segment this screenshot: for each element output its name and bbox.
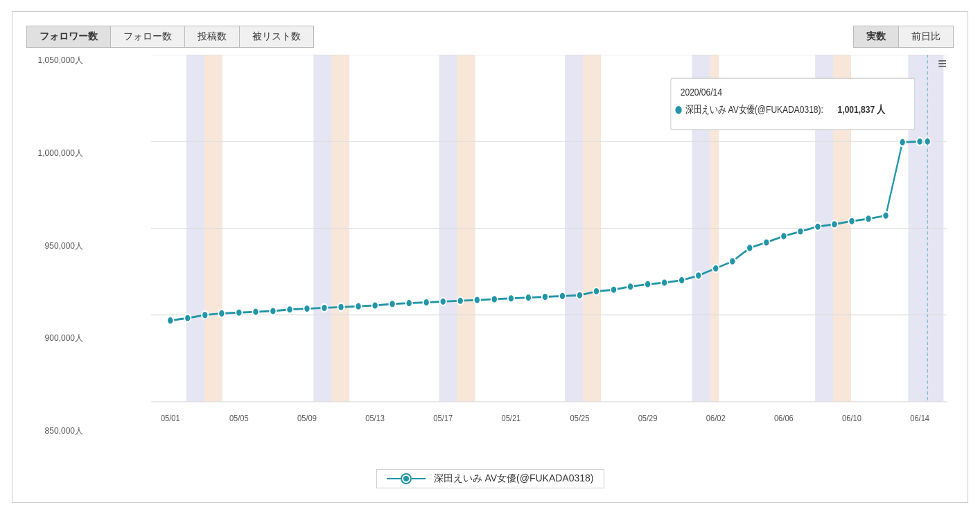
svg-point-32	[406, 299, 412, 307]
svg-point-50	[712, 265, 719, 272]
svg-point-60	[882, 212, 889, 220]
svg-point-37	[491, 295, 498, 303]
svg-point-51	[729, 258, 735, 265]
svg-text:1,001,837 人: 1,001,837 人	[838, 104, 886, 115]
svg-point-59	[865, 215, 871, 222]
svg-text:05/09: 05/09	[297, 413, 317, 423]
svg-point-66	[675, 106, 681, 114]
y-label-900: 900,000人	[26, 333, 89, 344]
legend-area: 深田えいみ AV女優(@FUKADA0318)	[26, 469, 954, 488]
svg-text:2020/06/14: 2020/06/14	[681, 87, 723, 98]
legend-label: 深田えいみ AV女優(@FUKADA0318)	[434, 472, 594, 485]
y-label-1050: 1,050,000人	[26, 55, 89, 67]
toolbar: フォロワー数 フォロー数 投稿数 被リスト数 実数 前日比	[26, 26, 954, 48]
svg-text:05/05: 05/05	[229, 413, 249, 423]
y-label-950: 950,000人	[26, 240, 89, 252]
chart-area: 1,050,000人 1,000,000人 950,000人 900,000人 …	[26, 55, 954, 488]
legend-line	[387, 475, 426, 483]
tab-posts[interactable]: 投稿数	[184, 26, 239, 48]
tab-listed[interactable]: 被リスト数	[239, 26, 314, 48]
svg-text:06/02: 06/02	[706, 413, 726, 423]
svg-text:05/01: 05/01	[161, 413, 180, 423]
chart-svg: 2020/06/14 深田えいみ AV女優(@FUKADA0318): 1,00…	[151, 55, 947, 465]
svg-point-21	[218, 310, 225, 317]
svg-point-46	[645, 281, 651, 288]
svg-point-56	[814, 222, 821, 230]
svg-point-58	[848, 218, 855, 225]
main-container: フォロワー数 フォロー数 投稿数 被リスト数 実数 前日比 1,050,000人…	[12, 11, 968, 503]
svg-text:06/06: 06/06	[774, 413, 794, 423]
legend-line-right	[412, 478, 426, 479]
legend-dot	[402, 475, 410, 483]
tab-actual[interactable]: 実数	[853, 26, 898, 48]
svg-point-25	[286, 305, 292, 313]
svg-point-40	[542, 293, 548, 301]
legend-item: 深田えいみ AV女優(@FUKADA0318)	[376, 469, 604, 488]
svg-point-38	[508, 294, 514, 302]
svg-point-36	[474, 296, 480, 303]
svg-point-55	[797, 227, 803, 235]
svg-text:05/29: 05/29	[638, 413, 658, 423]
svg-point-26	[304, 305, 310, 312]
svg-point-27	[321, 304, 327, 312]
y-label-1000: 1,000,000人	[26, 148, 89, 159]
chart-wrap: ≡	[151, 55, 947, 465]
svg-point-33	[423, 299, 430, 306]
svg-point-47	[661, 278, 667, 286]
svg-text:05/25: 05/25	[570, 413, 590, 423]
svg-point-42	[577, 292, 583, 299]
svg-text:深田えいみ AV女優(@FUKADA0318):: 深田えいみ AV女優(@FUKADA0318):	[685, 104, 831, 115]
legend-line-left	[387, 478, 401, 479]
svg-text:05/13: 05/13	[365, 413, 385, 423]
toolbar-right: 実数 前日比	[853, 26, 954, 48]
svg-point-61	[899, 139, 905, 146]
svg-point-22	[236, 309, 242, 317]
svg-point-35	[457, 297, 464, 305]
toolbar-left: フォロワー数 フォロー数 投稿数 被リスト数	[26, 26, 314, 48]
svg-point-31	[389, 300, 395, 308]
tab-following[interactable]: フォロー数	[110, 26, 184, 48]
svg-text:05/17: 05/17	[433, 413, 453, 423]
svg-point-53	[763, 238, 769, 246]
svg-point-24	[270, 307, 276, 314]
svg-point-20	[202, 311, 208, 319]
tab-followers[interactable]: フォロワー数	[26, 26, 110, 48]
tab-daily-diff[interactable]: 前日比	[898, 26, 954, 48]
y-label-850: 850,000人	[26, 425, 89, 437]
svg-point-45	[627, 283, 633, 290]
svg-point-19	[184, 314, 191, 322]
svg-point-29	[355, 302, 361, 310]
svg-point-39	[525, 294, 532, 301]
svg-point-54	[780, 232, 787, 240]
svg-point-44	[611, 286, 617, 294]
svg-text:06/10: 06/10	[842, 413, 861, 423]
svg-text:06/14: 06/14	[910, 413, 929, 423]
hamburger-icon[interactable]: ≡	[938, 55, 947, 73]
svg-point-28	[338, 303, 344, 311]
svg-point-34	[440, 298, 446, 305]
svg-point-49	[695, 272, 701, 279]
svg-point-43	[593, 287, 600, 295]
svg-point-18	[167, 317, 173, 324]
svg-point-41	[559, 292, 566, 300]
svg-point-23	[252, 308, 259, 315]
svg-point-62	[916, 138, 922, 145]
svg-point-52	[746, 244, 753, 251]
svg-point-57	[831, 220, 837, 228]
svg-point-30	[371, 301, 378, 309]
svg-point-48	[679, 276, 685, 284]
svg-text:05/21: 05/21	[501, 413, 520, 423]
